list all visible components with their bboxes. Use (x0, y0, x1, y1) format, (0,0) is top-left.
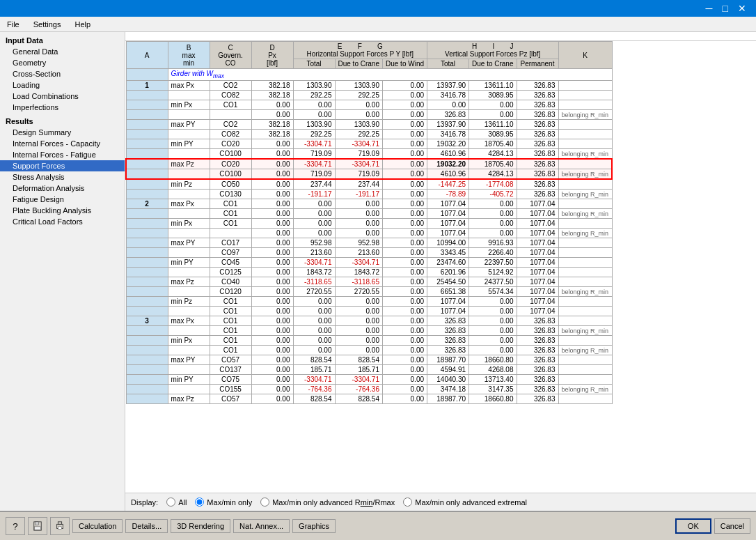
px-cell: 0.00 (251, 149, 293, 160)
pz-crane-cell: 18705.40 (469, 139, 517, 149)
node-cell (126, 297, 168, 307)
sidebar-item-fatigue-design[interactable]: Fatigue Design (0, 194, 125, 205)
px-cell: 0.00 (251, 219, 293, 229)
py-total-cell: -764.36 (293, 385, 335, 394)
minimize-button[interactable]: ─ (702, 2, 717, 15)
radio-maxmin-advanced[interactable]: Max/min only advanced Rmin/Rmax (260, 497, 395, 507)
co-cell: CO125 (210, 268, 251, 277)
sidebar-item-internal-forces-fatigue[interactable]: Internal Forces - Fatigue (0, 149, 125, 160)
close-button[interactable]: ✕ (734, 2, 750, 15)
title-bar: ─ □ ✕ (0, 0, 756, 17)
sidebar-item-deformation-analysis[interactable]: Deformation Analysis (0, 183, 125, 194)
pz-total-cell: 326.83 (427, 336, 469, 346)
pz-total-cell: 18987.70 (427, 394, 469, 404)
sidebar-item-support-forces[interactable]: Support Forces (0, 160, 125, 171)
pz-crane-cell: 0.00 (469, 219, 517, 229)
ok-button[interactable]: OK (675, 518, 711, 534)
py-crane-cell: -3304.71 (335, 139, 382, 149)
table-row: 0.000.000.000.001077.040.001077.04belong… (126, 229, 612, 238)
table-row: min PxCO10.000.000.000.001077.040.001077… (126, 219, 612, 229)
sidebar-item-general-data[interactable]: General Data (0, 46, 125, 57)
pz-crane-cell: 3089.95 (469, 130, 517, 139)
pz-perm-cell: 326.83 (517, 346, 558, 355)
pz-total-cell: 3416.78 (427, 130, 469, 139)
px-cell: 0.00 (251, 385, 293, 394)
py-crane-cell: 0.00 (335, 110, 382, 120)
pz-total-cell: 326.83 (427, 110, 469, 120)
py-total-cell: 1843.72 (293, 268, 335, 277)
sidebar-item-imperfections[interactable]: Imperfections (0, 102, 125, 113)
co-cell: CO1 (210, 326, 251, 336)
table-row: CO1250.001843.721843.720.006201.965124.9… (126, 268, 612, 277)
sidebar-item-design-summary[interactable]: Design Summary (0, 127, 125, 138)
help-icon-button[interactable]: ? (6, 517, 25, 535)
pz-crane-cell: 0.00 (469, 326, 517, 336)
py-crane-cell: -3304.71 (335, 375, 382, 385)
force-type-cell: min Px (168, 336, 210, 346)
py-total-cell: 185.71 (293, 365, 335, 375)
belonging-cell: belonging R_min (558, 169, 612, 180)
sidebar-item-cross-section[interactable]: Cross-Section (0, 68, 125, 79)
table-container[interactable]: A Bmaxmin CGovern.CO DPx[lbf] E F GHoriz… (125, 41, 756, 493)
content-area: A Bmaxmin CGovern.CO DPx[lbf] E F GHoriz… (125, 32, 756, 511)
pz-crane-cell: 9916.93 (469, 238, 517, 248)
node-cell (126, 346, 168, 355)
px-cell: 0.00 (251, 375, 293, 385)
pz-perm-cell: 326.83 (517, 394, 558, 404)
belonging-cell (558, 268, 612, 277)
menu-help[interactable]: Help (70, 20, 95, 29)
py-crane-cell: 185.71 (335, 365, 382, 375)
graphics-button[interactable]: Graphics (292, 519, 336, 533)
py-total-cell: 719.09 (293, 169, 335, 180)
py-crane-cell: 952.98 (335, 238, 382, 248)
belonging-cell (558, 81, 612, 91)
cancel-button[interactable]: Cancel (714, 518, 750, 534)
3d-rendering-button[interactable]: 3D Rendering (171, 519, 230, 533)
node-cell (126, 179, 168, 190)
px-cell: 0.00 (251, 365, 293, 375)
sidebar-item-plate-buckling[interactable]: Plate Buckling Analysis (0, 205, 125, 216)
py-total-cell: 0.00 (293, 297, 335, 307)
belonging-cell (558, 248, 612, 258)
co-cell: CO130 (210, 190, 251, 199)
sidebar-item-geometry[interactable]: Geometry (0, 57, 125, 68)
radio-maxmin-extremal[interactable]: Max/min only advanced extremal (403, 497, 527, 507)
radio-maxmin[interactable]: Max/min only (195, 497, 252, 507)
table-row: 0.000.000.000.00326.830.00326.83belongin… (126, 110, 612, 120)
co-cell: CO57 (210, 355, 251, 365)
px-cell: 0.00 (251, 316, 293, 326)
co-cell: CO137 (210, 365, 251, 375)
pz-crane-cell: 4284.13 (469, 149, 517, 160)
save-icon-button[interactable] (28, 517, 47, 535)
menu-settings[interactable]: Settings (29, 20, 65, 29)
sidebar-item-critical-load[interactable]: Critical Load Factors (0, 216, 125, 227)
py-wind-cell: 0.00 (382, 375, 427, 385)
maximize-button[interactable]: □ (718, 2, 732, 15)
co-cell: CO97 (210, 248, 251, 258)
nat-annex-button[interactable]: Nat. Annex... (233, 519, 290, 533)
py-crane-cell: 213.60 (335, 248, 382, 258)
py-wind-cell: 0.00 (382, 100, 427, 110)
py-wind-cell: 0.00 (382, 316, 427, 326)
sidebar-item-loading[interactable]: Loading (0, 79, 125, 91)
table-row: CO10.000.000.000.00326.830.00326.83belon… (126, 346, 612, 355)
force-type-cell: max PY (168, 238, 210, 248)
calculation-button[interactable]: Calculation (72, 519, 123, 533)
menu-file[interactable]: File (3, 20, 24, 29)
radio-all[interactable]: All (166, 497, 187, 507)
sidebar-item-stress-analysis[interactable]: Stress Analysis (0, 171, 125, 183)
pz-crane-cell: 5574.34 (469, 287, 517, 297)
pz-total-cell: 19032.20 (427, 159, 469, 169)
sidebar-item-internal-forces-capacity[interactable]: Internal Forces - Capacity (0, 138, 125, 149)
py-wind-cell: 0.00 (382, 110, 427, 120)
co-cell: CO45 (210, 258, 251, 268)
py-total-cell: 0.00 (293, 110, 335, 120)
node-cell: 2 (126, 199, 168, 209)
details-button[interactable]: Details... (125, 519, 168, 533)
pz-total-cell: 6651.38 (427, 287, 469, 297)
sidebar-item-load-combinations[interactable]: Load Combinations (0, 91, 125, 102)
print-icon-button[interactable] (50, 517, 70, 535)
co-cell: CO17 (210, 238, 251, 248)
py-wind-cell: 0.00 (382, 258, 427, 268)
py-total-cell: -3304.71 (293, 375, 335, 385)
